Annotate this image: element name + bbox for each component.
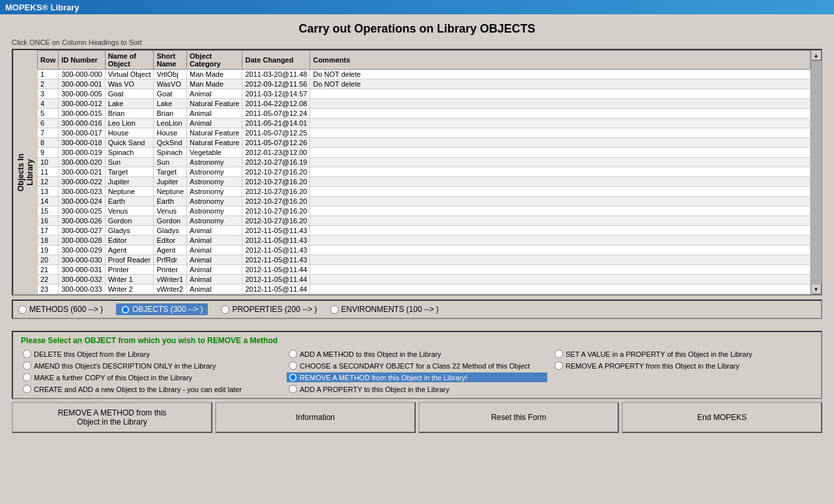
table-row[interactable]: 8300-000-018Quick SandQckSndNatural Feat… (38, 138, 811, 148)
end-mopeks-button[interactable]: End MOPEKS (622, 402, 822, 433)
table-row[interactable]: 3300-000-005GoatGoatAnimal2011-03-12@14.… (38, 89, 811, 99)
table-cell (310, 285, 811, 294)
properties-radio[interactable] (221, 305, 229, 314)
table-body: 1300-000-000Virtual ObjectVrtlObjMan Mad… (38, 70, 811, 294)
scroll-track[interactable] (811, 61, 822, 284)
table-cell: Leo Lion (105, 119, 154, 128)
table-row[interactable]: 1300-000-000Virtual ObjectVrtlObjMan Mad… (38, 70, 811, 79)
table-cell: 7 (38, 128, 59, 138)
table-row[interactable]: 18300-000-028EditorEditorAnimal2012-11-0… (38, 236, 811, 245)
table-cell: 300-000-005 (59, 89, 105, 99)
table-row[interactable]: 11300-000-021TargetTargetAstronomy2012-1… (38, 167, 811, 177)
table-cell: Venus (105, 206, 154, 216)
action-option-delete[interactable]: DELETE this Object from the Library (21, 349, 281, 359)
table-cell: 300-000-022 (59, 177, 105, 187)
action-option-add-property[interactable]: ADD A PROPERTY to this Object in the Lib… (287, 384, 547, 394)
action-option-choose-secondary[interactable]: CHOOSE a SECONDARY OBJECT for a Class 22… (287, 361, 547, 371)
methods-radio-group[interactable]: METHODS (600 --> ) (18, 305, 103, 314)
reset-form-button-label: Reset this Form (491, 413, 547, 422)
table-row[interactable]: 2300-000-001Was VOWasVOMan Made2012-09-1… (38, 79, 811, 89)
sort-hint: Click ONCE on Column Headings to Sort (12, 38, 829, 46)
col-name[interactable]: Name of Object (105, 51, 154, 70)
action-option-copy[interactable]: MAKE a further COPY of this Object in th… (21, 372, 281, 382)
scroll-down-btn[interactable]: ▼ (811, 284, 822, 294)
table-row[interactable]: 14300-000-024EarthEarthAstronomy2012-10-… (38, 197, 811, 206)
table-row[interactable]: 17300-000-027GladysGladysAnimal2012-11-0… (38, 226, 811, 236)
table-row[interactable]: 10300-000-020SunSunAstronomy2012-10-27@1… (38, 158, 811, 167)
table-cell: 2011-04-22@12.08 (242, 99, 310, 109)
table-row[interactable]: 4300-000-012LakeLakeNatural Feature2011-… (38, 99, 811, 109)
remove-property-radio[interactable] (554, 361, 563, 370)
table-row[interactable]: 20300-000-030Proof ReaderPrfRdrAnimal201… (38, 255, 811, 265)
table-cell: Earth (154, 197, 187, 206)
table-cell: Astronomy (187, 206, 242, 216)
table-cell: 300-000-017 (59, 128, 105, 138)
table-cell: 2012-10-27@16.20 (242, 216, 310, 226)
table-row[interactable]: 13300-000-023NeptuneNeptuneAstronomy2012… (38, 187, 811, 197)
table-container: Objects InLibrary Row ID Number Name of … (12, 49, 822, 296)
table-cell: 2012-10-27@16.20 (242, 206, 310, 216)
table-row[interactable]: 12300-000-022JupiterJupiterAstronomy2012… (38, 177, 811, 187)
choose-secondary-radio[interactable] (289, 361, 297, 370)
reset-form-button[interactable]: Reset this Form (418, 402, 619, 433)
action-option-add-method[interactable]: ADD A METHOD to this Object in the Libra… (287, 349, 547, 359)
table-row[interactable]: 7300-000-017HouseHouseNatural Feature201… (38, 128, 811, 138)
information-button[interactable]: Information (215, 402, 416, 433)
scroll-up-btn[interactable]: ▲ (811, 50, 822, 61)
table-row[interactable]: 22300-000-032Writer 1vWriter1Animal2012-… (38, 275, 811, 285)
action-option-set-value[interactable]: SET A VALUE in a PROPERTY of this Object… (553, 349, 813, 359)
table-cell: Animal (187, 109, 242, 119)
table-cell: PrfRdr (154, 255, 187, 265)
set-value-radio[interactable] (554, 350, 563, 358)
add-method-radio[interactable] (289, 350, 297, 358)
methods-radio[interactable] (18, 305, 27, 314)
action-option-remove-property[interactable]: REMOVE A PROPERTY from this Object in th… (553, 361, 813, 371)
table-row[interactable]: 16300-000-026GordonGordonAstronomy2012-1… (38, 216, 811, 226)
col-row[interactable]: Row (38, 51, 59, 70)
table-cell: 4 (38, 99, 59, 109)
objects-table-wrapper: Row ID Number Name of Object Short Name … (37, 50, 811, 294)
properties-radio-group[interactable]: PROPERTIES (200 --> ) (221, 305, 317, 314)
col-comments[interactable]: Comments (310, 51, 811, 70)
objects-radio[interactable] (121, 305, 130, 314)
table-row[interactable]: 9300-000-019SpinachSpinachVegetable2012-… (38, 148, 811, 158)
table-cell: 300-000-000 (59, 70, 105, 79)
action-option-amend[interactable]: AMEND this Object's DESCRIPTION ONLY in … (21, 361, 281, 371)
remove-method-button[interactable]: REMOVE A METHOD from thisObject in the L… (12, 402, 212, 433)
table-cell: Sun (154, 158, 187, 167)
information-button-label: Information (296, 413, 335, 422)
action-option-remove-method[interactable]: REMOVE A METHOD from this Object in the … (287, 372, 547, 382)
copy-radio[interactable] (23, 373, 31, 382)
table-cell (310, 197, 811, 206)
table-cell: 12 (38, 177, 59, 187)
table-cell (310, 216, 811, 226)
col-id[interactable]: ID Number (59, 51, 105, 70)
table-cell: 2011-05-07@12.26 (242, 138, 310, 148)
objects-radio-group[interactable]: OBJECTS (300 --> ) (116, 303, 208, 315)
environments-radio-group[interactable]: ENVIRONMENTS (100 --> ) (330, 305, 439, 314)
action-option-create[interactable]: CREATE and ADD a new Object to the Libra… (21, 384, 281, 394)
table-scrollbar[interactable]: ▲ ▼ (811, 50, 821, 294)
add-property-radio[interactable] (289, 385, 297, 393)
col-category[interactable]: Object Category (187, 51, 242, 70)
table-cell: 2012-11-05@11.44 (242, 265, 310, 275)
col-date[interactable]: Date Changed (242, 51, 310, 70)
table-row[interactable]: 5300-000-015BrianBrianAnimal2011-05-07@1… (38, 109, 811, 119)
table-row[interactable]: 15300-000-025VenusVenusAstronomy2012-10-… (38, 206, 811, 216)
delete-radio[interactable] (23, 350, 31, 358)
table-row[interactable]: 23300-000-033Writer 2vWriter2Animal2012-… (38, 285, 811, 294)
col-short[interactable]: Short Name (154, 51, 187, 70)
table-cell: 2012-11-05@11.43 (242, 245, 310, 255)
table-row[interactable]: 19300-000-029AgentAgentAnimal2012-11-05@… (38, 245, 811, 255)
table-cell: 2012-11-05@11.43 (242, 226, 310, 236)
create-radio[interactable] (23, 385, 31, 393)
remove-method-radio[interactable] (289, 373, 297, 382)
table-row[interactable]: 21300-000-031PrinterPrinterAnimal2012-11… (38, 265, 811, 275)
environments-radio[interactable] (330, 305, 339, 314)
table-cell: Gladys (105, 226, 154, 236)
table-cell: Virtual Object (105, 70, 154, 79)
amend-radio[interactable] (23, 361, 31, 370)
table-row[interactable]: 6300-000-016Leo LionLeoLionAnimal2011-05… (38, 119, 811, 128)
table-cell: 2012-11-05@11.43 (242, 255, 310, 265)
table-cell: 8 (38, 138, 59, 148)
